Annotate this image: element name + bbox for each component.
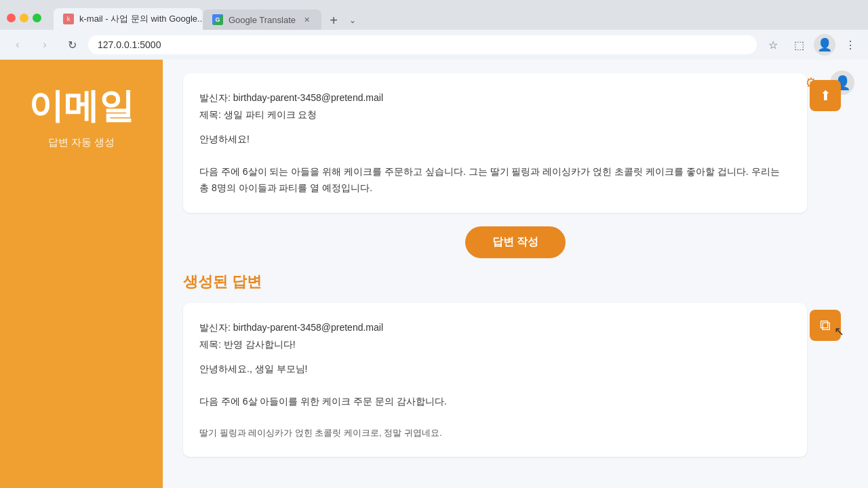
reply-body: 안녕하세요., 생일 부모님! 다음 주에 6살 아들이를 위한 케이크 주문 … [199, 361, 791, 441]
app-container: 이메일 답변 자동 생성 ⚙ 👤 발신자: birthday-parent-34… [0, 60, 868, 488]
reply-button-wrapper: 답변 작성 [183, 226, 848, 258]
subject-label: 제목: [199, 109, 221, 120]
maximize-button[interactable] [33, 14, 41, 22]
google-translate-favicon: G [212, 14, 223, 25]
email-meta: 발신자: birthday-parent-3458@pretend.mail 제… [199, 89, 791, 123]
minimize-button[interactable] [20, 14, 28, 22]
generated-reply-section-title: 생성된 답변 [183, 272, 848, 292]
nav-bar: ‹ › ↻ 127.0.0.1:5000 ☆ ⬚ 👤 ⋮ [0, 30, 868, 60]
sender-email: birthday-parent-3458@pretend.mail [233, 92, 383, 103]
email-subject: 생일 파티 케이크 요청 [224, 109, 317, 120]
forward-button[interactable]: › [34, 34, 56, 56]
reply-greeting: 안녕하세요., 생일 부모님! [199, 361, 791, 378]
nav-icons: ☆ ⬚ 👤 ⋮ [762, 34, 861, 56]
sidebar-subtitle: 답변 자동 생성 [48, 136, 115, 149]
reload-button[interactable]: ↻ [61, 34, 83, 56]
tab-google-translate[interactable]: G Google Translate ✕ [203, 9, 321, 30]
kmail-favicon: k [63, 14, 74, 24]
reply-card: 발신자: birthday-parent-3458@pretend.mail 제… [183, 303, 807, 458]
new-tab-button[interactable]: + [324, 11, 343, 30]
close-button[interactable] [7, 14, 16, 22]
reply-card-wrapper: 발신자: birthday-parent-3458@pretend.mail 제… [183, 303, 807, 458]
menu-icon[interactable]: ⋮ [840, 34, 861, 56]
reply-subject: 반영 감사합니다! [224, 339, 296, 350]
compose-reply-button[interactable]: 답변 작성 [465, 226, 566, 258]
sidebar: 이메일 답변 자동 생성 [0, 60, 163, 488]
email-card-wrapper: 발신자: birthday-parent-3458@pretend.mail 제… [183, 73, 807, 213]
tab-google-translate-close[interactable]: ✕ [301, 14, 312, 25]
email-content: 다음 주에 6살이 되는 아들을 위해 케이크를 주문하고 싶습니다. 그는 딸… [199, 164, 791, 197]
star-icon[interactable]: ☆ [762, 34, 784, 56]
reply-sender-label: 발신자: [199, 322, 231, 333]
tab-google-translate-label: Google Translate [229, 15, 296, 25]
reply-sender-email: birthday-parent-3458@pretend.mail [233, 322, 383, 333]
upload-icon: ⬆ [820, 87, 831, 104]
extensions-icon[interactable]: ⬚ [788, 34, 810, 56]
title-bar: k k-mail - 사업 문의 with Google... ✕ G Goog… [0, 0, 868, 30]
address-text: 127.0.0.1:5000 [98, 39, 747, 50]
copy-icon: ⧉ [820, 317, 831, 334]
tab-kmail[interactable]: k k-mail - 사업 문의 with Google... ✕ [54, 8, 203, 30]
profile-icon[interactable]: 👤 [814, 34, 835, 56]
reply-body2: 딸기 필링과 레이싱카가 얹힌 초콜릿 케이크로, 정말 귀엽네요. [199, 426, 791, 441]
reply-body1: 다음 주에 6살 아들이를 위한 케이크 주문 문의 감사합니다. [199, 394, 791, 410]
tab-kmail-label: k-mail - 사업 문의 with Google... [79, 13, 203, 25]
reply-meta: 발신자: birthday-parent-3458@pretend.mail 제… [199, 319, 791, 353]
tab-bar: k k-mail - 사업 문의 with Google... ✕ G Goog… [47, 8, 369, 30]
copy-button[interactable]: ⧉ [810, 310, 841, 341]
main-content: ⚙ 👤 발신자: birthday-parent-3458@pretend.ma… [163, 60, 868, 488]
sender-label: 발신자: [199, 92, 231, 103]
window-controls [7, 14, 41, 22]
upload-button[interactable]: ⬆ [810, 80, 841, 111]
email-body: 안녕하세요! 다음 주에 6살이 되는 아들을 위해 케이크를 주문하고 싶습니… [199, 131, 791, 196]
reply-subject-label: 제목: [199, 339, 221, 350]
back-button[interactable]: ‹ [7, 34, 28, 56]
email-greeting: 안녕하세요! [199, 131, 791, 148]
address-bar[interactable]: 127.0.0.1:5000 [88, 35, 757, 54]
sidebar-title: 이메일 [28, 87, 134, 125]
tab-expand-button[interactable]: ⌄ [343, 11, 362, 30]
email-card: 발신자: birthday-parent-3458@pretend.mail 제… [183, 73, 807, 213]
browser-chrome: k k-mail - 사업 문의 with Google... ✕ G Goog… [0, 0, 868, 60]
